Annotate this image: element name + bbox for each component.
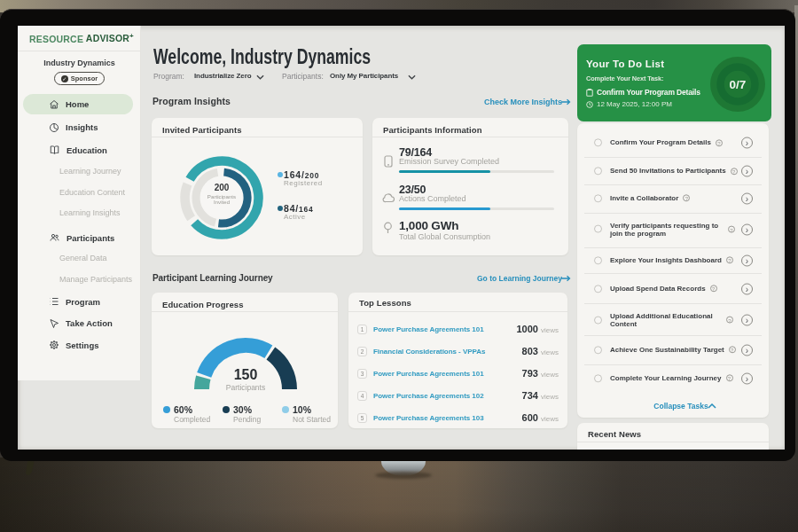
svg-text:0/7: 0/7 bbox=[730, 78, 747, 91]
svg-text:Invited: Invited bbox=[214, 199, 231, 205]
svg-text:200: 200 bbox=[215, 183, 230, 192]
